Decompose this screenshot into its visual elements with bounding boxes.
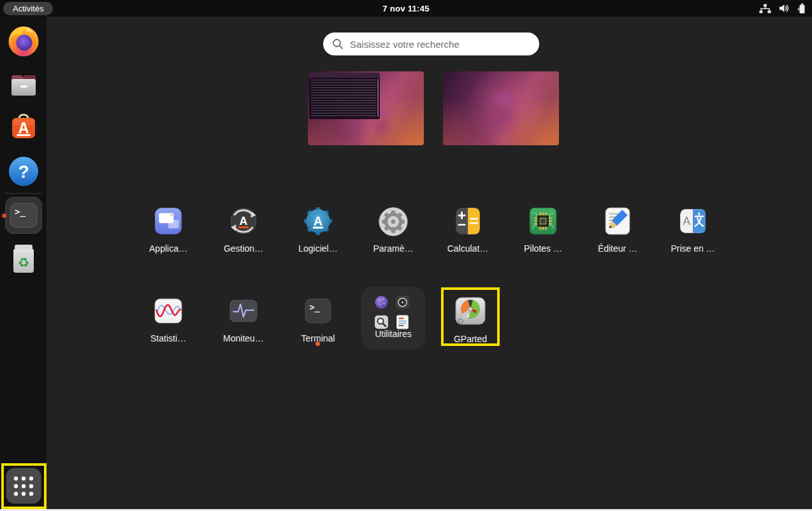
- app-label: Pilotes …: [524, 243, 562, 254]
- show-apps-grid-icon: [6, 468, 41, 507]
- app-calculator[interactable]: Calculat…: [432, 205, 504, 254]
- system-status-area[interactable]: [759, 0, 806, 17]
- wallpaper-jellyfish: [443, 71, 559, 145]
- svg-text:A: A: [240, 215, 248, 227]
- help-question-icon: ?: [7, 154, 40, 190]
- app-settings[interactable]: Paramè…: [358, 205, 429, 254]
- app-label: Logiciel…: [298, 243, 337, 254]
- app-label: Prise en …: [671, 243, 714, 254]
- firefox-icon: [7, 24, 40, 60]
- svg-text:A: A: [18, 120, 29, 136]
- dock-item-help[interactable]: ?: [6, 154, 40, 190]
- dock-item-trash[interactable]: ♻: [6, 243, 40, 277]
- terminal-icon: >_: [302, 295, 334, 329]
- top-bar: Activités 7 nov 11:45: [0, 0, 812, 17]
- settings-gear-icon: [377, 205, 409, 240]
- workspace-thumbnail-1[interactable]: [308, 71, 424, 145]
- statistics-waves-icon: [152, 295, 184, 329]
- disks-icon: [395, 295, 410, 312]
- svg-text:?: ?: [18, 162, 29, 182]
- search-input[interactable]: [323, 32, 539, 55]
- svg-text:A: A: [314, 214, 323, 228]
- app-language-support[interactable]: A Prise en …: [657, 205, 729, 254]
- app-label: Paramè…: [373, 243, 413, 254]
- search-bar: [323, 32, 539, 55]
- text-editor-pencil-icon: [602, 205, 634, 240]
- app-app-center[interactable]: A Logiciel…: [282, 205, 354, 254]
- app-windows-icon: [152, 205, 184, 240]
- show-applications-button[interactable]: [6, 468, 40, 507]
- workspace-thumbnail-2[interactable]: [443, 71, 559, 145]
- app-additional-drivers[interactable]: Pilotes …: [507, 205, 579, 254]
- circuit-chip-icon: [527, 205, 559, 240]
- dock-separator: [5, 193, 42, 194]
- app-label: Moniteu…: [223, 333, 264, 343]
- app-folder-utilities[interactable]: Utilitaires: [361, 287, 425, 349]
- calculator-icon: [452, 205, 484, 240]
- app-label: Statisti…: [150, 333, 186, 343]
- search-icon: [332, 38, 344, 52]
- app-label: GParted: [454, 334, 487, 344]
- app-gparted[interactable]: GParted: [435, 294, 506, 344]
- language-translate-icon: A: [677, 205, 709, 240]
- app-text-editor[interactable]: Éditeur …: [582, 205, 653, 254]
- network-icon: [759, 4, 771, 13]
- terminal-icon: >_: [10, 201, 38, 232]
- software-updater-icon: A: [228, 205, 259, 240]
- folder-label: Utilitaires: [361, 329, 425, 339]
- dock-item-files[interactable]: [6, 68, 40, 104]
- dash-dock: A ? >_: [0, 17, 47, 511]
- clock-label: 7 nov 11:45: [382, 4, 429, 13]
- gparted-disk-icon: [454, 294, 487, 330]
- gnome-activities-overview: Activités 7 nov 11:45: [0, 0, 812, 511]
- monitor-pulse-icon: [228, 295, 259, 329]
- dock-item-firefox[interactable]: [6, 24, 40, 60]
- app-terminal[interactable]: >_ Terminal: [282, 295, 354, 343]
- app-label: Éditeur …: [598, 243, 637, 254]
- svg-text:A: A: [683, 215, 690, 227]
- app-label: Applica…: [149, 243, 187, 254]
- app-system-monitor[interactable]: Moniteu…: [208, 295, 279, 343]
- folder-preview-icons: [374, 295, 412, 332]
- svg-text:>_: >_: [15, 206, 25, 217]
- svg-text:>_: >_: [309, 302, 320, 313]
- svg-text:♻: ♻: [18, 256, 29, 270]
- dock-item-ubuntu-software[interactable]: A: [6, 110, 40, 146]
- terminal-running-dot: [315, 342, 320, 346]
- dock-item-terminal[interactable]: >_: [6, 201, 40, 232]
- app-software-updater[interactable]: A Gestion…: [208, 205, 279, 254]
- trash-icon: ♻: [11, 243, 36, 277]
- clock-button[interactable]: 7 nov 11:45: [0, 0, 812, 17]
- app-center-gear-icon: A: [302, 205, 334, 240]
- workspace-terminal-window: [309, 73, 380, 119]
- files-folder-icon: [7, 68, 40, 104]
- app-label: Gestion…: [224, 243, 263, 254]
- ubuntu-software-icon: A: [7, 110, 40, 146]
- app-power-statistics[interactable]: Statisti…: [133, 295, 204, 343]
- battery-charging-icon: [797, 3, 806, 14]
- volume-icon: [779, 4, 790, 13]
- app-applications[interactable]: Applica…: [133, 205, 204, 254]
- app-label: Calculat…: [447, 243, 489, 254]
- disk-usage-sphere-icon: [374, 295, 389, 312]
- terminal-running-dot: [2, 213, 6, 218]
